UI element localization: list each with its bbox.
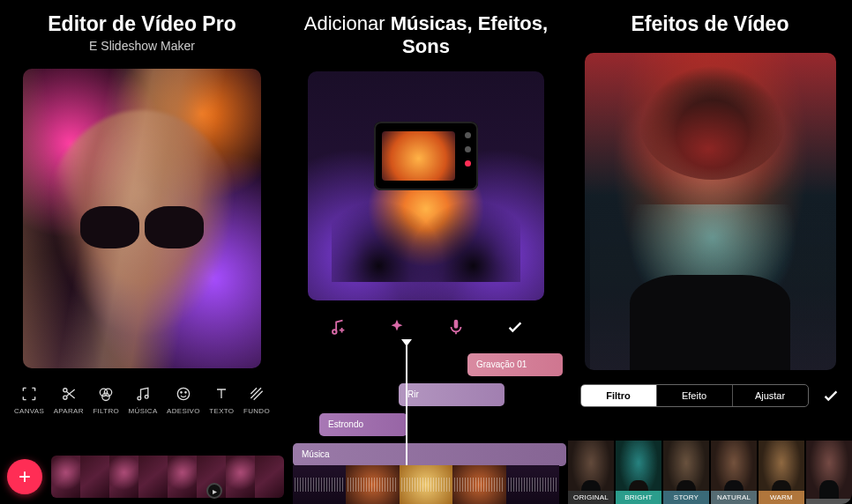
tab-effect[interactable]: Efeito bbox=[657, 385, 733, 406]
svg-point-6 bbox=[145, 395, 148, 398]
tool-background[interactable]: FUNDO bbox=[243, 384, 270, 415]
audio-toolbar bbox=[308, 316, 544, 337]
filter-more[interactable] bbox=[806, 441, 852, 504]
add-button[interactable]: + bbox=[7, 459, 42, 494]
tool-label: MÚSICA bbox=[129, 407, 158, 415]
tool-label: APARAR bbox=[54, 407, 84, 415]
effect-tabs-row: Filtro Efeito Ajustar bbox=[580, 384, 841, 407]
effect-tabs: Filtro Efeito Ajustar bbox=[580, 384, 809, 407]
tool-label: TEXTO bbox=[209, 407, 234, 415]
tool-music[interactable]: MÚSICA bbox=[129, 384, 158, 415]
filter-warm[interactable]: WARM bbox=[759, 441, 804, 504]
svg-point-1 bbox=[63, 396, 66, 399]
panel3-preview[interactable] bbox=[585, 53, 836, 370]
tool-filter[interactable]: FILTRO bbox=[93, 384, 119, 415]
svg-point-7 bbox=[177, 388, 189, 399]
svg-point-0 bbox=[63, 388, 66, 391]
confirm-button[interactable] bbox=[504, 316, 526, 337]
mic-icon[interactable] bbox=[445, 316, 467, 337]
tool-label: ADESIVO bbox=[167, 407, 200, 415]
transition-knob[interactable]: ▸ bbox=[206, 483, 222, 499]
panel-audio: Adicionar Músicas, Efeitos, Sons Gravaçã… bbox=[284, 0, 568, 504]
sparkle-icon[interactable] bbox=[386, 316, 407, 337]
tool-sticker[interactable]: ADESIVO bbox=[167, 384, 200, 415]
filter-original[interactable]: ORIGINAL bbox=[568, 441, 614, 504]
timeline[interactable]: + ▸ bbox=[0, 449, 284, 504]
tab-filter[interactable]: Filtro bbox=[581, 385, 657, 406]
svg-point-4 bbox=[102, 393, 109, 400]
tool-label: CANVAS bbox=[14, 407, 44, 415]
svg-point-10 bbox=[333, 330, 337, 334]
track-recording[interactable]: Gravação 01 bbox=[467, 353, 563, 376]
filter-bright[interactable]: BRIGHT bbox=[616, 441, 661, 504]
clip-strip[interactable] bbox=[51, 456, 284, 498]
panel2-preview[interactable] bbox=[308, 71, 544, 300]
panel1-preview[interactable] bbox=[23, 69, 261, 368]
scissors-icon bbox=[59, 384, 78, 404]
waveform-strip[interactable] bbox=[293, 465, 559, 504]
smiley-icon bbox=[174, 384, 193, 404]
filter-natural[interactable]: NATURAL bbox=[711, 441, 757, 504]
filter-strip[interactable]: ORIGINAL BRIGHT STORY NATURAL WARM bbox=[568, 441, 852, 504]
panel1-subtitle: E Slideshow Maker bbox=[89, 39, 195, 53]
text-icon bbox=[212, 384, 231, 404]
panel2-title: Adicionar Músicas, Efeitos, Sons bbox=[293, 12, 559, 59]
svg-point-9 bbox=[185, 391, 186, 392]
confirm-button[interactable] bbox=[821, 386, 841, 405]
svg-point-5 bbox=[138, 397, 141, 400]
tool-label: FILTRO bbox=[93, 407, 119, 415]
panel-effects: Efeitos de Vídeo Filtro Efeito Ajustar O… bbox=[568, 0, 852, 504]
tool-canvas[interactable]: CANVAS bbox=[14, 384, 44, 415]
tool-trim[interactable]: APARAR bbox=[54, 384, 84, 415]
svg-rect-11 bbox=[453, 320, 458, 329]
panel3-title: Efeitos de Vídeo bbox=[632, 12, 789, 37]
canvas-icon bbox=[19, 384, 39, 404]
svg-point-3 bbox=[105, 389, 112, 396]
tool-text[interactable]: TEXTO bbox=[209, 384, 234, 415]
tool-label: FUNDO bbox=[243, 407, 270, 415]
svg-point-8 bbox=[181, 391, 182, 392]
edit-toolbar: CANVAS APARAR FILTRO MÚSICA ADESIVO TEXT… bbox=[14, 384, 270, 415]
filter-story[interactable]: STORY bbox=[663, 441, 709, 504]
panel-editor: Editor de Vídeo Pro E Slideshow Maker CA… bbox=[0, 0, 284, 504]
track-area[interactable]: Gravação 01 Rir Estrondo Música bbox=[293, 353, 559, 504]
track-music[interactable]: Música bbox=[293, 443, 566, 466]
track-boom[interactable]: Estrondo bbox=[319, 413, 407, 436]
music-add-icon[interactable] bbox=[327, 316, 348, 337]
tab-adjust[interactable]: Ajustar bbox=[733, 385, 808, 406]
music-note-icon bbox=[133, 384, 153, 404]
filter-circles-icon bbox=[96, 384, 116, 404]
track-laugh[interactable]: Rir bbox=[399, 383, 504, 406]
stripes-icon bbox=[247, 384, 266, 404]
panel1-title: Editor de Vídeo Pro bbox=[48, 12, 235, 37]
